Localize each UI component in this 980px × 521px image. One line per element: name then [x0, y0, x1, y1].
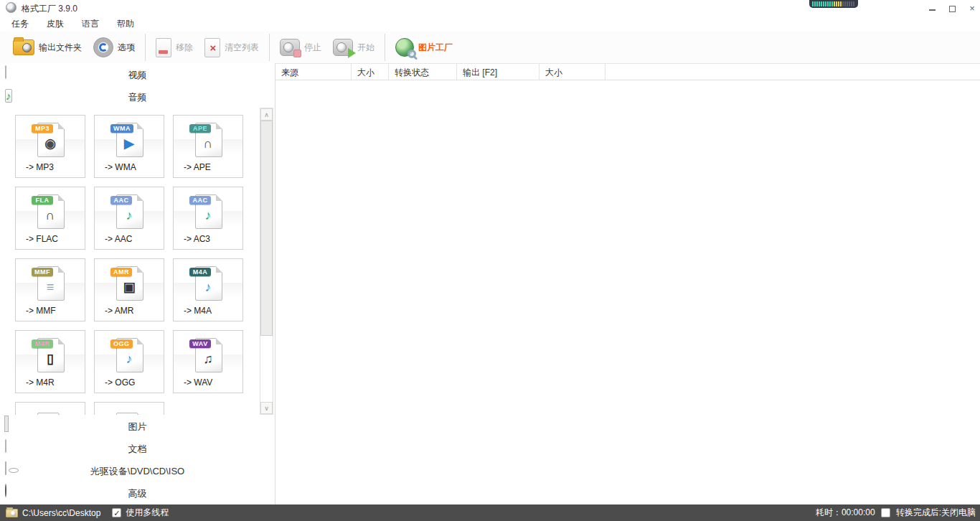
mmf-badge: MMF [32, 268, 53, 276]
m4r-badge: M4R [32, 339, 53, 348]
tile-label: -> WMA [105, 162, 136, 172]
note-disc-glyph-icon: ♪ [192, 279, 224, 295]
scrollbar-thumb[interactable] [260, 121, 273, 336]
start-icon [333, 39, 353, 56]
clear-list-button[interactable]: × 清空列表 [199, 35, 265, 60]
menu-skins[interactable]: 皮肤 [47, 16, 73, 32]
menu-help[interactable]: 帮助 [117, 16, 143, 32]
convert-to-wma-tile[interactable]: WMA ▶ -> WMA [94, 115, 164, 178]
column-header-convert-state[interactable]: 转换状态 [389, 64, 457, 80]
start-button[interactable]: 开始 [327, 36, 380, 59]
sidebar-item-picture[interactable]: 图片 [0, 415, 275, 437]
ogg-badge: OGG [110, 339, 133, 348]
tile-label: -> WAV [184, 377, 212, 388]
meter-yellow-bars [834, 1, 842, 6]
headphones-glyph-icon: ∩ [34, 207, 66, 223]
tile-label: -> M4R [26, 377, 55, 388]
mp3-file-icon: MP3 ◉ [34, 121, 66, 159]
category-sidebar: 视频 ♪ 音频 MP3 ◉ -> MP3 WMA [0, 63, 275, 504]
restore-button[interactable] [941, 0, 963, 16]
minimize-icon [929, 9, 936, 11]
minimize-button[interactable] [921, 0, 943, 16]
restore-icon [949, 6, 956, 12]
stop-button[interactable]: 停止 [274, 36, 327, 59]
format-factory-window: 格式工厂 3.9.0 × 任务 皮肤 语言 帮助 输出文件夹 选项 移除 [0, 0, 980, 521]
remove-label: 移除 [176, 42, 193, 54]
conversion-task-list: 来源 大小 转换状态 输出 [F2] 大小 [275, 63, 980, 504]
statusbar: C:\Users\cc\Desktop ✓ 使用多线程 耗时：00:00:00 … [0, 504, 980, 521]
tile-label: -> AC3 [184, 234, 210, 244]
column-header-output[interactable]: 输出 [F2] [457, 64, 540, 80]
output-folder-label: 输出文件夹 [39, 42, 82, 54]
task-list-header: 来源 大小 转换状态 输出 [F2] 大小 [275, 63, 980, 80]
shutdown-after-checkbox[interactable] [881, 508, 890, 517]
convert-to-mmf-tile[interactable]: MMF ≡ -> MMF [15, 258, 85, 321]
sidebar-item-document[interactable]: 文档 [0, 437, 275, 459]
scroll-up-arrow-icon[interactable]: ∧ [260, 108, 273, 121]
music-notes-glyph-icon: ♫ [192, 351, 224, 367]
convert-to-m4a-tile[interactable]: M4A ♪ -> M4A [173, 258, 243, 321]
flac-badge: FLA [32, 196, 53, 205]
rom-category-label: 光驱设备\DVD\CD\ISO [0, 465, 275, 478]
scroll-down-arrow-icon[interactable]: ∨ [260, 402, 273, 414]
toolbar-separator [145, 34, 146, 61]
scrollbar-track[interactable] [260, 336, 273, 403]
close-button[interactable]: × [961, 0, 980, 16]
output-path-folder-icon [6, 509, 18, 517]
audio-level-meter-overlay [809, 0, 858, 8]
mmf-file-icon: MMF ≡ [34, 265, 66, 302]
phone-glyph-icon: ▯ [34, 351, 66, 367]
menu-tasks[interactable]: 任务 [11, 16, 38, 32]
ac3-file-icon: AAC ♪ [192, 193, 224, 230]
picture-category-label: 图片 [0, 421, 275, 433]
sidebar-item-audio[interactable]: ♪ 音频 [0, 85, 275, 108]
tile-label: -> MP3 [26, 162, 54, 172]
file-icon [34, 408, 66, 415]
convert-to-m4r-tile[interactable]: M4R ▯ -> M4R [15, 330, 85, 393]
picture-factory-globe-icon [395, 38, 414, 57]
menu-language[interactable]: 语言 [82, 16, 108, 32]
multithread-checkbox[interactable]: ✓ [112, 508, 121, 517]
options-button[interactable]: 选项 [88, 34, 141, 60]
format-tile-partial[interactable] [94, 402, 164, 415]
clear-list-label: 清空列表 [225, 42, 259, 54]
sidebar-item-advanced[interactable]: 高级 [0, 482, 275, 504]
convert-to-mp3-tile[interactable]: MP3 ◉ -> MP3 [15, 115, 85, 178]
ape-file-icon: APE ∩ [192, 121, 224, 159]
output-path[interactable]: C:\Users\cc\Desktop [22, 508, 100, 518]
convert-to-amr-tile[interactable]: AMR ▣ -> AMR [94, 258, 164, 321]
format-tile-partial[interactable] [15, 402, 85, 415]
column-header-output-size[interactable]: 大小 [540, 64, 606, 80]
tile-label: -> FLAC [26, 234, 58, 244]
tile-label: -> AAC [105, 234, 132, 244]
stop-icon [280, 39, 300, 56]
convert-to-flac-tile[interactable]: FLA ∩ -> FLAC [15, 187, 85, 250]
toolbar-separator [269, 34, 270, 61]
speaker-glyph-icon: ◉ [34, 136, 66, 151]
convert-to-ogg-tile[interactable]: OGG ♪ -> OGG [94, 330, 164, 393]
remove-button[interactable]: 移除 [150, 35, 199, 60]
aac-file-icon: AAC ♪ [113, 193, 145, 230]
stop-label: 停止 [304, 42, 321, 54]
output-folder-button[interactable]: 输出文件夹 [7, 37, 88, 58]
convert-to-wav-tile[interactable]: WAV ♫ -> WAV [173, 330, 243, 393]
formats-scrollbar[interactable]: ∧ ∨ [260, 108, 273, 415]
m4r-file-icon: M4R ▯ [34, 337, 66, 374]
column-header-filler [606, 64, 980, 80]
column-header-source[interactable]: 来源 [275, 64, 352, 80]
m4a-file-icon: M4A ♪ [192, 265, 224, 302]
headphones-glyph-icon: ∩ [192, 136, 224, 151]
column-header-size[interactable]: 大小 [352, 64, 389, 80]
convert-to-ape-tile[interactable]: APE ∩ -> APE [173, 115, 243, 178]
advanced-category-label: 高级 [0, 487, 275, 500]
sidebar-item-video[interactable]: 视频 [0, 63, 275, 85]
picture-factory-button[interactable]: 图片工厂 [390, 35, 458, 60]
aac-badge: AAC [110, 196, 132, 205]
sidebar-item-rom-device[interactable]: 光驱设备\DVD\CD\ISO [0, 459, 275, 482]
clear-list-icon: × [204, 38, 220, 57]
picture-factory-label: 图片工厂 [418, 42, 453, 54]
audio-category-label: 音频 [0, 91, 275, 104]
convert-to-aac-tile[interactable]: AAC ♪ -> AAC [94, 187, 164, 250]
remove-item-icon [156, 38, 171, 57]
convert-to-ac3-tile[interactable]: AAC ♪ -> AC3 [173, 187, 243, 250]
